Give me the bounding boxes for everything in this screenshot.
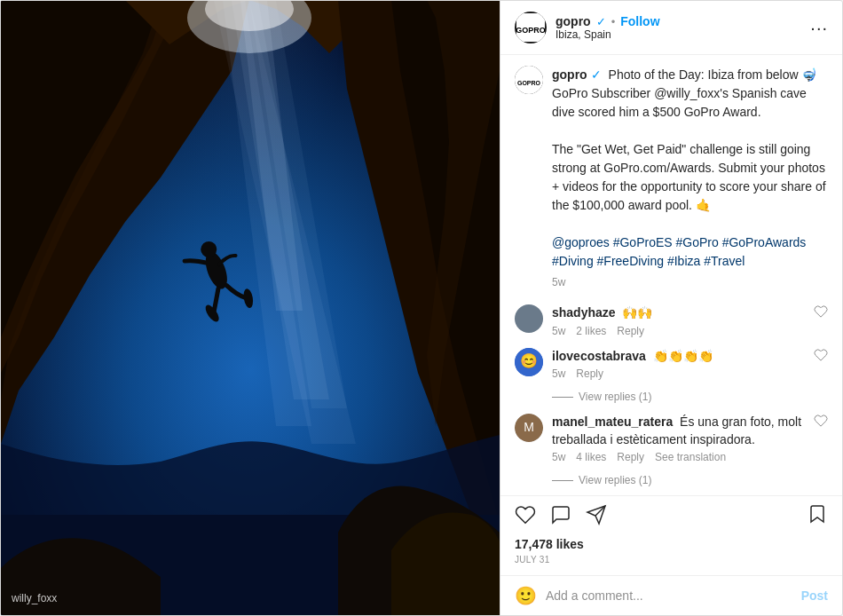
comment-body-ilovecostabrava: ilovecostabrava 👏👏👏👏 5w Reply <box>552 348 805 381</box>
verified-badge-icon: ✓ <box>596 15 606 28</box>
manel-avatar-icon: M <box>515 414 543 442</box>
caption-content: gopro✓ Photo of the Day: Ibiza from belo… <box>552 66 828 290</box>
comment-body-manel: manel_mateu_ratera És una gran foto, mol… <box>552 414 805 463</box>
header-separator: • <box>611 15 616 28</box>
comment-item: 😊 ilovecostabrava 👏👏👏👏 5w Reply <box>515 348 828 381</box>
comment-text-shadyhaze: shadyhaze 🙌🙌 <box>552 304 805 322</box>
comment-reply-manel[interactable]: Reply <box>617 451 644 463</box>
svg-text:M: M <box>524 420 534 434</box>
comment-button[interactable] <box>550 504 571 529</box>
view-replies-line <box>552 397 573 398</box>
comment-timestamp-manel: 5w <box>552 451 565 463</box>
caption-hashtags[interactable]: @goproes #GoProES #GoPro #GoProAwards #D… <box>552 235 806 268</box>
comment-like-icon-ilovecostabrava[interactable] <box>814 348 828 366</box>
post-details: GOPRO gopro ✓ • Follow Ibiza, Spain ··· <box>500 1 842 615</box>
action-icons-row <box>515 503 828 530</box>
comment-reply-ilovecostabrava[interactable]: Reply <box>576 367 603 380</box>
gopro-caption-logo-icon: GOPRO <box>515 66 543 94</box>
comment-timestamp-ilovecostabrava: 5w <box>552 367 565 380</box>
comment-avatar-manel: M <box>515 414 543 442</box>
add-comment-row: 🙂 Post <box>500 575 842 615</box>
post-content: GOPRO gopro✓ Photo of the Day: Ibiza fro… <box>500 55 842 495</box>
view-replies-text-manel[interactable]: View replies (1) <box>579 474 651 486</box>
follow-button[interactable]: Follow <box>620 14 659 28</box>
comment-avatar-ilovecostabrava: 😊 <box>515 348 543 376</box>
comment-meta-shadyhaze: 5w 2 likes Reply <box>552 325 805 337</box>
header-avatar: GOPRO <box>515 12 547 43</box>
image-credit: willy_foxx <box>12 592 57 604</box>
share-button[interactable] <box>586 504 607 529</box>
comment-likes-manel: 4 likes <box>576 451 606 463</box>
comment-avatar-shadyhaze <box>515 304 543 333</box>
post-header: GOPRO gopro ✓ • Follow Ibiza, Spain ··· <box>500 1 842 55</box>
bookmark-button[interactable] <box>807 503 828 530</box>
header-location: Ibiza, Spain <box>555 28 660 41</box>
likes-count: 17,478 likes <box>515 537 828 551</box>
view-replies-text-ilovecostabrava[interactable]: View replies (1) <box>579 391 651 403</box>
comment-item: shadyhaze 🙌🙌 5w 2 likes Reply <box>515 304 828 337</box>
caption-username[interactable]: gopro <box>552 67 587 82</box>
caption-avatar: GOPRO <box>515 66 543 94</box>
header-username-row: gopro ✓ • Follow <box>555 14 660 28</box>
view-replies-ilovecostabrava[interactable]: View replies (1) <box>552 391 828 403</box>
comment-username-manel[interactable]: manel_mateu_ratera <box>552 415 673 429</box>
emoji-picker-button[interactable]: 🙂 <box>515 585 537 606</box>
view-replies-manel[interactable]: View replies (1) <box>552 474 828 486</box>
caption-timestamp: 5w <box>552 274 828 290</box>
post-comment-button[interactable]: Post <box>801 588 828 603</box>
comment-like-icon-shadyhaze[interactable] <box>814 304 828 322</box>
see-translation-manel[interactable]: See translation <box>655 451 726 463</box>
cave-scene <box>1 1 500 615</box>
comment-item: M manel_mateu_ratera És una gran foto, m… <box>515 414 828 463</box>
comment-meta-ilovecostabrava: 5w Reply <box>552 367 805 380</box>
view-replies-line-manel <box>552 480 573 481</box>
caption-verified-icon: ✓ <box>591 67 602 82</box>
header-username[interactable]: gopro <box>555 14 591 28</box>
svg-text:😊: 😊 <box>520 351 538 368</box>
caption-row: GOPRO gopro✓ Photo of the Day: Ibiza fro… <box>515 66 828 290</box>
comment-likes-shadyhaze: 2 likes <box>576 325 606 337</box>
comment-reply-shadyhaze[interactable]: Reply <box>617 325 644 337</box>
comment-meta-manel: 5w 4 likes Reply See translation <box>552 451 805 463</box>
post-container: willy_foxx GOPRO gopro ✓ • Follow Ibiza,… <box>0 0 843 616</box>
add-comment-input[interactable] <box>546 588 792 603</box>
header-info: gopro ✓ • Follow Ibiza, Spain <box>555 14 660 41</box>
comment-text-manel: manel_mateu_ratera És una gran foto, mol… <box>552 414 805 448</box>
comment-username-shadyhaze[interactable]: shadyhaze <box>552 305 616 320</box>
comment-timestamp-shadyhaze: 5w <box>552 325 565 337</box>
comment-text-ilovecostabrava: ilovecostabrava 👏👏👏👏 <box>552 348 805 366</box>
svg-text:GOPRO: GOPRO <box>517 80 541 86</box>
ilovecosta-avatar-icon: 😊 <box>515 348 543 376</box>
comment-body-shadyhaze: shadyhaze 🙌🙌 5w 2 likes Reply <box>552 304 805 337</box>
like-button[interactable] <box>515 504 536 529</box>
gopro-logo-icon: GOPRO <box>516 13 545 42</box>
svg-text:GOPRO: GOPRO <box>516 26 545 35</box>
comment-username-ilovecostabrava[interactable]: ilovecostabrava <box>552 349 646 363</box>
post-actions: 17,478 likes July 31 <box>500 495 842 575</box>
post-image: willy_foxx <box>1 1 500 615</box>
comment-like-icon-manel[interactable] <box>814 414 828 431</box>
post-date: July 31 <box>515 555 828 565</box>
more-options-button[interactable]: ··· <box>810 18 828 38</box>
